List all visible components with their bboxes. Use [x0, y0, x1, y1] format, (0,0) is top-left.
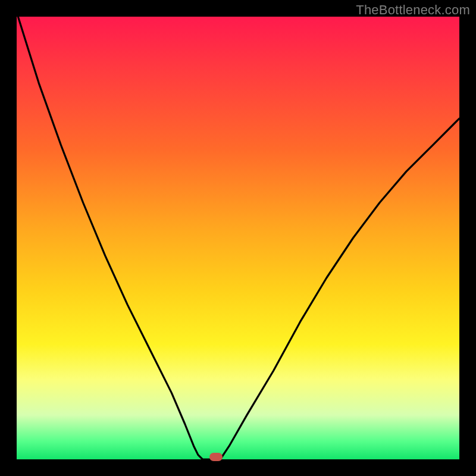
curve-path [17, 12, 459, 459]
plot-area [17, 17, 459, 459]
chart-frame: TheBottleneck.com [0, 0, 476, 476]
bottleneck-curve [17, 17, 459, 459]
optimum-marker [209, 453, 223, 461]
watermark-text: TheBottleneck.com [356, 2, 470, 18]
